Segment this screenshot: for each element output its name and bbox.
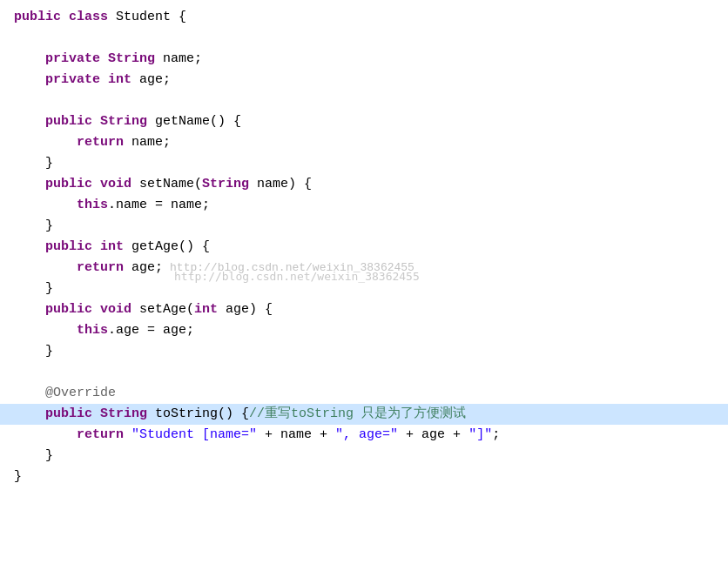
code-line-3: private String name; <box>0 49 728 70</box>
code-line-2 <box>0 28 728 49</box>
code-line-12: public int getAge() { <box>0 237 728 258</box>
code-line-20: public String toString() { //重写toString … <box>0 404 728 425</box>
code-line-9: public void setName( String name) { <box>0 174 728 195</box>
code-editor: public class Student { private String na… <box>0 0 728 584</box>
code-line-5 <box>0 91 728 111</box>
keyword-public: public <box>14 7 61 28</box>
code-line-10: this .name = name; <box>0 195 728 216</box>
code-line-4: private int age; <box>0 70 728 91</box>
code-line-11: } <box>0 216 728 237</box>
code-line-16: this .age = age; <box>0 320 728 341</box>
code-line-17: } <box>0 341 728 362</box>
code-line-15: public void setAge( int age) { <box>0 299 728 320</box>
code-line-13: return age; http://blog.csdn.net/weixin_… <box>0 258 728 279</box>
code-line-6: public String getName() { <box>0 111 728 132</box>
watermark: http://blog.csdn.net/weixin_38362455 <box>170 259 415 278</box>
code-line-18 <box>0 362 728 383</box>
code-line-8: } <box>0 153 728 174</box>
code-line-21: return "Student [name=" + name + ", age=… <box>0 425 728 446</box>
keyword-class: class <box>69 7 108 28</box>
code-line-7: return name; <box>0 132 728 153</box>
code-line-22: } <box>0 446 728 467</box>
code-line-1: public class Student { <box>0 7 728 28</box>
code-line-19: @Override <box>0 383 728 404</box>
code-line-14: } <box>0 279 728 299</box>
code-line-23: } <box>0 467 728 487</box>
